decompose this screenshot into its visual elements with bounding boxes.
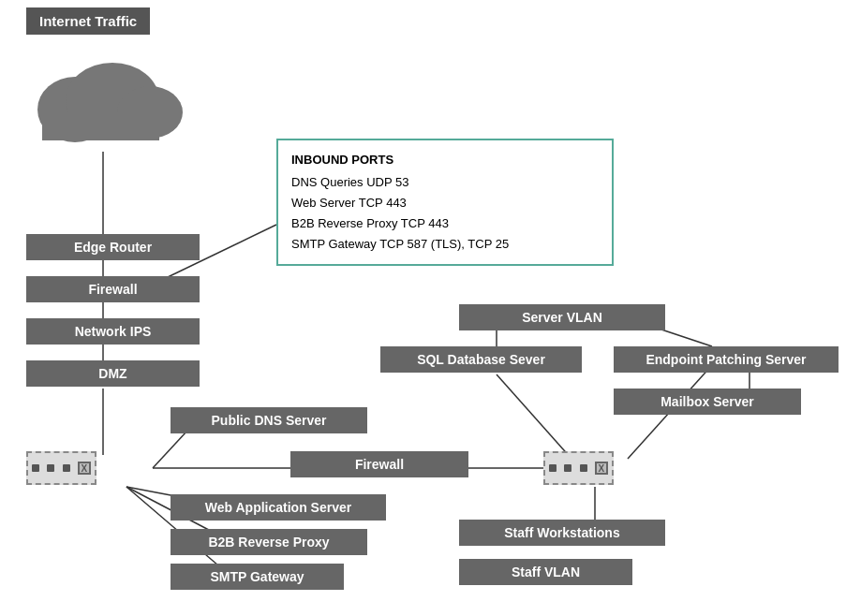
mailbox-server-box: Mailbox Server — [614, 389, 801, 415]
inbound-line-4: SMTP Gateway TCP 587 (TLS), TCP 25 — [291, 234, 599, 255]
svg-line-14 — [497, 374, 571, 459]
firewall-top-box: Firewall — [26, 276, 200, 302]
inbound-line-1: DNS Queries UDP 53 — [291, 172, 599, 193]
dmz-box: DMZ — [26, 360, 200, 387]
smtp-gateway-box: SMTP Gateway — [171, 564, 344, 590]
svg-line-13 — [656, 328, 712, 346]
edge-router-box: Edge Router — [26, 234, 200, 260]
staff-vlan-box: Staff VLAN — [459, 559, 632, 585]
staff-workstations-box: Staff Workstations — [459, 520, 665, 546]
svg-line-5 — [153, 431, 187, 468]
inbound-line-3: B2B Reverse Proxy TCP 443 — [291, 213, 599, 234]
b2b-proxy-box: B2B Reverse Proxy — [171, 529, 367, 555]
firewall-middle-box: Firewall — [290, 451, 468, 477]
endpoint-patching-box: Endpoint Patching Server — [614, 346, 839, 373]
sql-database-box: SQL Database Sever — [380, 346, 582, 373]
inbound-ports-box: INBOUND PORTS DNS Queries UDP 53 Web Ser… — [276, 139, 614, 266]
inbound-line-2: Web Server TCP 443 — [291, 193, 599, 213]
cloud-icon — [19, 39, 187, 152]
server-vlan-box: Server VLAN — [459, 304, 665, 330]
right-switch-icon: X — [543, 451, 614, 485]
inbound-title: INBOUND PORTS — [291, 150, 599, 170]
network-ips-box: Network IPS — [26, 318, 200, 345]
web-app-server-box: Web Application Server — [171, 494, 386, 521]
svg-rect-21 — [42, 112, 159, 140]
network-diagram: Internet Traffic Edge Router Firewall Ne… — [0, 0, 846, 616]
left-switch-icon: X — [26, 451, 96, 485]
internet-traffic-label: Internet Traffic — [26, 7, 150, 35]
public-dns-box: Public DNS Server — [171, 407, 367, 433]
